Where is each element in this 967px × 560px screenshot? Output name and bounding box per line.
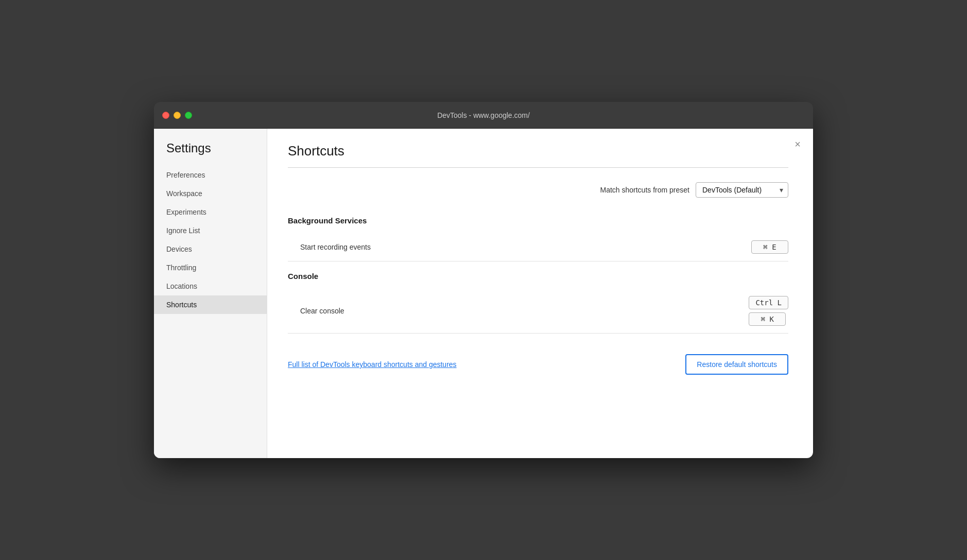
shortcut-keys-start-recording: ⌘ E: [751, 240, 788, 254]
sidebar-item-devices[interactable]: Devices: [154, 240, 267, 258]
minimize-traffic-light[interactable]: [174, 112, 181, 119]
sidebar-item-ignore-list[interactable]: Ignore List: [154, 221, 267, 240]
sidebar-item-throttling[interactable]: Throttling: [154, 258, 267, 277]
sidebar-item-workspace[interactable]: Workspace: [154, 184, 267, 203]
sidebar-item-experiments[interactable]: Experiments: [154, 203, 267, 221]
shortcut-row-start-recording: Start recording events ⌘ E: [288, 233, 788, 261]
dialog-container: Settings Preferences Workspace Experimen…: [154, 129, 813, 458]
sidebar-item-preferences[interactable]: Preferences: [154, 166, 267, 184]
shortcut-row-clear-console: Clear console Ctrl L ⌘ K: [288, 289, 788, 334]
page-title: Shortcuts: [288, 143, 788, 159]
shortcut-name-clear-console: Clear console: [288, 307, 740, 315]
close-button[interactable]: ×: [792, 137, 803, 151]
footer-row: Full list of DevTools keyboard shortcuts…: [288, 354, 788, 383]
main-content: × Shortcuts Match shortcuts from preset …: [267, 129, 813, 458]
background-services-title: Background Services: [288, 216, 788, 225]
key-badge-ctrl-l: Ctrl L: [749, 296, 788, 309]
traffic-lights: [162, 112, 192, 119]
sidebar-item-shortcuts[interactable]: Shortcuts: [154, 295, 267, 314]
console-title: Console: [288, 272, 788, 281]
mac-window: DevTools - www.google.com/ Settings Pref…: [154, 102, 813, 458]
sidebar-title: Settings: [154, 141, 267, 166]
close-traffic-light[interactable]: [162, 112, 169, 119]
console-section: Console Clear console Ctrl L ⌘ K: [288, 272, 788, 334]
preset-row: Match shortcuts from preset DevTools (De…: [288, 182, 788, 198]
shortcuts-link[interactable]: Full list of DevTools keyboard shortcuts…: [288, 360, 457, 369]
preset-select-wrapper: DevTools (Default) Visual Studio Code: [696, 182, 788, 198]
key-badge-cmd-k: ⌘ K: [749, 312, 786, 326]
preset-label: Match shortcuts from preset: [600, 186, 689, 194]
shortcut-keys-clear-console: Ctrl L ⌘ K: [749, 296, 788, 326]
dialog-inner: Settings Preferences Workspace Experimen…: [154, 129, 813, 458]
key-badge-cmd-e: ⌘ E: [751, 240, 788, 254]
sidebar-item-locations[interactable]: Locations: [154, 277, 267, 295]
background-services-section: Background Services Start recording even…: [288, 216, 788, 261]
title-bar: DevTools - www.google.com/: [154, 102, 813, 129]
preset-select[interactable]: DevTools (Default) Visual Studio Code: [696, 182, 788, 198]
maximize-traffic-light[interactable]: [185, 112, 192, 119]
sidebar: Settings Preferences Workspace Experimen…: [154, 129, 267, 458]
window-title: DevTools - www.google.com/: [437, 111, 530, 119]
divider: [288, 167, 788, 168]
shortcut-name-start-recording: Start recording events: [288, 243, 743, 251]
restore-defaults-button[interactable]: Restore default shortcuts: [685, 354, 788, 375]
